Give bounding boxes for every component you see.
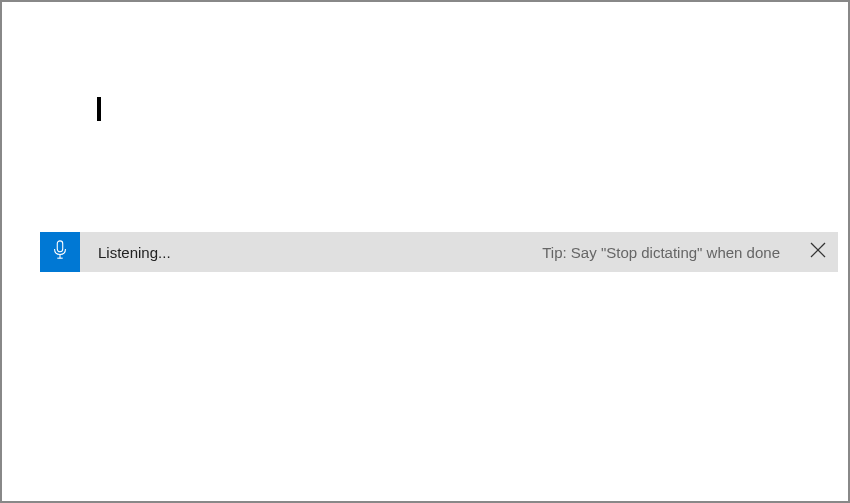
dictation-tip-text: Tip: Say "Stop dictating" when done xyxy=(542,244,780,261)
text-cursor xyxy=(97,97,101,121)
dictation-status-text: Listening... xyxy=(98,244,171,261)
close-button[interactable] xyxy=(798,232,838,272)
microphone-button[interactable] xyxy=(40,232,80,272)
dictation-toolbar: Listening... Tip: Say "Stop dictating" w… xyxy=(40,232,838,272)
microphone-icon xyxy=(52,240,68,264)
svg-rect-0 xyxy=(57,241,62,252)
document-editor-area[interactable] xyxy=(2,2,848,232)
close-icon xyxy=(810,242,826,262)
